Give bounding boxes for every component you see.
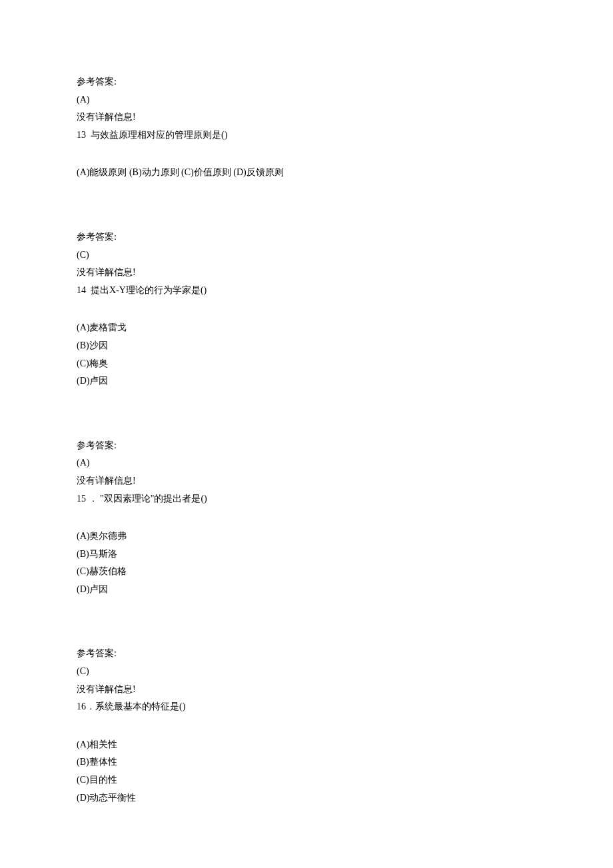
no-detail-text: 没有详解信息! xyxy=(77,109,536,127)
question-number: 14 xyxy=(77,285,86,295)
question-stem: "双因素理论"的提出者是() xyxy=(100,494,207,504)
answer-header: 参考答案: xyxy=(77,645,536,663)
spacer xyxy=(86,285,91,295)
no-detail-text: 没有详解信息! xyxy=(77,681,536,699)
question-number: 13 xyxy=(77,130,86,140)
answer-header: 参考答案: xyxy=(77,73,536,91)
options-inline: (A)能级原则 (B)动力原则 (C)价值原则 (D)反馈原则 xyxy=(77,164,536,182)
question-number: 15 xyxy=(77,494,86,504)
answer-header: 参考答案: xyxy=(77,228,536,246)
question-line: 14 提出X-Y理论的行为学家是() xyxy=(77,282,536,300)
answer-value: (A) xyxy=(77,91,536,109)
option-d: (D)卢因 xyxy=(77,372,536,390)
question-line: 13 与效益原理相对应的管理原则是() xyxy=(77,127,536,145)
option-d: (D)动态平衡性 xyxy=(77,789,536,807)
option-a: (A)麦格雷戈 xyxy=(77,319,536,337)
question-stem: 系统最基本的特征是() xyxy=(95,701,185,711)
option-c: (C)目的性 xyxy=(77,771,536,789)
option-a: (A)相关性 xyxy=(77,736,536,754)
option-c: (C)赫茨伯格 xyxy=(77,563,536,581)
answer-value: (C) xyxy=(77,246,536,264)
spacer xyxy=(86,130,91,140)
no-detail-text: 没有详解信息! xyxy=(77,472,536,490)
answer-value: (C) xyxy=(77,663,536,681)
option-c: (C)梅奥 xyxy=(77,355,536,373)
option-d: (D)卢因 xyxy=(77,581,536,599)
option-b: (B)马斯洛 xyxy=(77,546,536,564)
spacer: ． xyxy=(86,494,100,504)
spacer: ． xyxy=(86,701,95,711)
question-line: 16．系统最基本的特征是() xyxy=(77,698,536,716)
question-stem: 与效益原理相对应的管理原则是() xyxy=(91,130,227,140)
option-b: (B)整体性 xyxy=(77,753,536,771)
answer-header: 参考答案: xyxy=(77,437,536,455)
question-number: 16 xyxy=(77,701,86,711)
document-page: 参考答案: (A) 没有详解信息! 13 与效益原理相对应的管理原则是() (A… xyxy=(0,0,613,847)
option-b: (B)沙因 xyxy=(77,337,536,355)
no-detail-text: 没有详解信息! xyxy=(77,264,536,282)
question-stem: 提出X-Y理论的行为学家是() xyxy=(91,285,207,295)
question-line: 15 ． "双因素理论"的提出者是() xyxy=(77,490,536,508)
option-a: (A)奥尔德弗 xyxy=(77,528,536,546)
answer-value: (A) xyxy=(77,454,536,472)
